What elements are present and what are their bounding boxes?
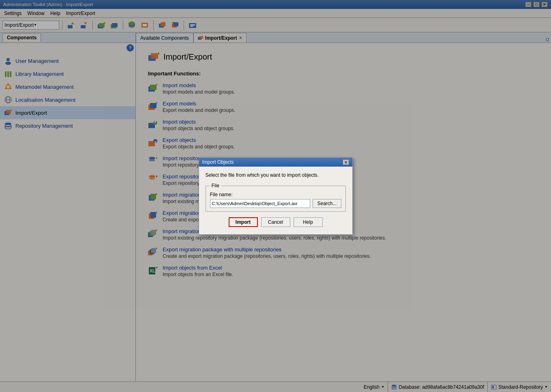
import-objects-modal: Import Objects ✕ Select the file from wh… (199, 157, 353, 235)
import-button[interactable]: Import (229, 217, 258, 227)
modal-file-fieldset: File File name: Search... (206, 183, 346, 212)
modal-body: Select the file from which you want to i… (199, 167, 352, 234)
modal-close-button[interactable]: ✕ (343, 159, 349, 165)
file-row: Search... (210, 199, 341, 208)
modal-titlebar: Import Objects ✕ (199, 158, 352, 167)
modal-title: Import Objects (202, 159, 234, 165)
file-name-label: File name: (210, 192, 341, 197)
modal-overlay: Import Objects ✕ Select the file from wh… (0, 0, 551, 392)
help-button-modal[interactable]: Help (294, 217, 323, 227)
modal-buttons: Import Cancel Help (206, 217, 346, 229)
modal-description: Select the file from which you want to i… (206, 172, 346, 178)
modal-fieldset-legend: File (210, 183, 221, 189)
search-button[interactable]: Search... (313, 199, 341, 208)
cancel-button[interactable]: Cancel (261, 217, 290, 227)
file-name-input[interactable] (210, 199, 311, 208)
